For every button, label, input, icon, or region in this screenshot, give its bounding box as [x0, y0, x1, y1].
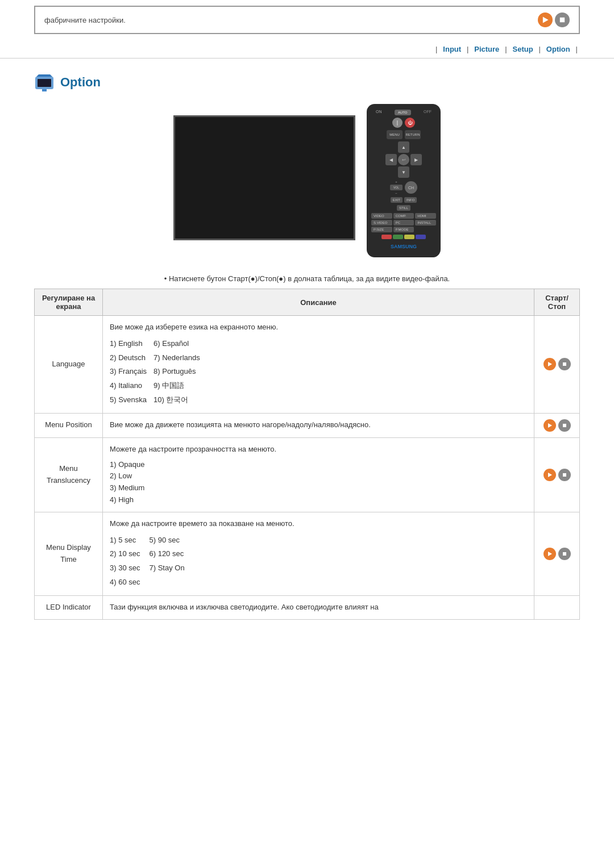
content-area: ON AUTO OFF | ⏻ MENU RETURN — [34, 104, 580, 257]
nav-right[interactable]: ▶ — [410, 154, 422, 165]
still-row: STILL — [397, 205, 410, 211]
svg-marker-12 — [548, 552, 552, 556]
nav-enter[interactable]: ↩ — [398, 154, 409, 165]
nav-separator: | — [539, 45, 541, 53]
auto-button[interactable]: AUTO — [395, 110, 411, 115]
info-button[interactable]: INFO — [404, 197, 417, 203]
psize-button[interactable]: P.SIZE — [371, 227, 392, 232]
hdmi-button[interactable]: HDMI — [415, 213, 436, 219]
tv-screen — [173, 115, 355, 240]
nav-bar: | Input | Picture | Setup | Option | — [0, 34, 614, 59]
install-button[interactable]: INSTALL — [415, 220, 436, 226]
table-row: Language Вие може да изберете езика на е… — [35, 316, 580, 414]
svg-rect-5 — [42, 89, 47, 91]
power-on-label: ON — [376, 110, 382, 115]
start-icon — [544, 419, 556, 432]
startstop-menutime — [534, 512, 580, 595]
nav-cross: ▲ ◀ ↩ ▶ ▼ — [385, 141, 422, 178]
channel-btn[interactable]: CH — [405, 181, 417, 194]
stop-icon — [558, 548, 571, 560]
nav-up[interactable]: ▲ — [398, 141, 409, 153]
table-row: Menu DisplayTime Може да настроите време… — [35, 512, 580, 595]
start-icon — [544, 469, 556, 481]
red-button[interactable] — [381, 235, 392, 239]
settings-table: Регулиране на екрана Описание Старт/Стоп… — [34, 289, 580, 620]
screen-label-language: Language — [35, 316, 103, 414]
svg-marker-0 — [543, 16, 549, 23]
svg-rect-13 — [563, 552, 566, 556]
col-header-startstop: Старт/Стоп — [534, 289, 580, 316]
nav-separator: | — [467, 45, 468, 53]
remote-control: ON AUTO OFF | ⏻ MENU RETURN — [367, 104, 441, 257]
desc-menupos: Вие може да движете позицията на менюто … — [103, 413, 534, 437]
svg-marker-6 — [548, 362, 552, 366]
comp-button[interactable]: COMP. — [393, 213, 414, 219]
pmode-button[interactable]: P.MODE — [393, 227, 414, 232]
top-bar-text: фабричните настройки. — [44, 16, 126, 24]
exit-info-row: EXIT INFO — [391, 197, 417, 203]
nav-left[interactable]: ◀ — [385, 154, 397, 165]
nav-separator: | — [435, 45, 437, 53]
start-icon — [544, 358, 556, 370]
stop-icon — [558, 419, 571, 432]
table-section: • Натиснете бутон Старт(●)/Стоп(●) в дол… — [34, 274, 580, 620]
stop-icon — [558, 358, 571, 370]
desc-language: Вие може да изберете езика на екранното … — [103, 316, 534, 414]
svg-marker-10 — [548, 473, 552, 477]
startstop-language — [534, 316, 580, 414]
yellow-button[interactable] — [404, 235, 414, 239]
startstop-led — [534, 595, 580, 619]
svg-rect-11 — [563, 473, 566, 477]
col-header-desc: Описание — [103, 289, 534, 316]
desc-led: Тази функция включва и изключва светодио… — [103, 595, 534, 619]
svg-rect-7 — [563, 362, 566, 366]
start-icon — [544, 548, 556, 560]
col-header-screen: Регулиране на екрана — [35, 289, 103, 316]
nav-input[interactable]: Input — [443, 45, 461, 53]
source-buttons: VIDEO COMP. HDMI S.VIDEO PC INSTALL P.SI… — [371, 213, 436, 232]
top-bar: фабричните настройки. — [34, 6, 580, 34]
svideo-button[interactable]: S.VIDEO — [371, 220, 392, 226]
green-button[interactable] — [393, 235, 403, 239]
play-icon — [538, 12, 553, 27]
desc-menutime: Може да настроите времето за показване н… — [103, 512, 534, 595]
option-heading: Option — [34, 72, 580, 93]
screen-label-menutrans: MenuTranslucency — [35, 437, 103, 512]
power-off-label: OFF — [424, 110, 432, 115]
still-button[interactable]: STILL — [397, 205, 410, 211]
nav-down[interactable]: ▼ — [398, 166, 409, 178]
power-btn-row: | ⏻ — [392, 118, 415, 128]
svg-rect-9 — [563, 424, 566, 427]
screen-label-menupos: Menu Position — [35, 413, 103, 437]
pc-button[interactable]: PC — [393, 220, 414, 226]
exit-button[interactable]: EXIT — [391, 197, 403, 203]
remote-power-row: ON AUTO OFF — [371, 110, 436, 115]
svg-rect-1 — [560, 18, 565, 22]
stop-icon — [558, 469, 571, 481]
svg-marker-3 — [36, 74, 52, 77]
svg-rect-4 — [38, 79, 51, 87]
screen-label-menutime: Menu DisplayTime — [35, 512, 103, 595]
power-on-btn[interactable]: | — [392, 118, 403, 128]
video-button[interactable]: VIDEO — [371, 213, 392, 219]
power-off-btn[interactable]: ⏻ — [405, 118, 415, 128]
table-note: • Натиснете бутон Старт(●)/Стоп(●) в дол… — [34, 274, 580, 283]
screen-label-led: LED Indicator — [35, 595, 103, 619]
stop-icon — [555, 12, 570, 27]
blue-button[interactable] — [416, 235, 426, 239]
table-row: Menu Position Вие може да движете позици… — [35, 413, 580, 437]
vol-ch-row: + VOL − CH — [390, 180, 417, 195]
return-button[interactable]: RETURN — [405, 130, 421, 139]
nav-separator: | — [576, 45, 578, 53]
color-buttons — [381, 235, 426, 239]
samsung-label: SAMSUNG — [391, 244, 417, 249]
startstop-menutrans — [534, 437, 580, 512]
nav-setup[interactable]: Setup — [513, 45, 533, 53]
table-row: MenuTranslucency Можете да настроите про… — [35, 437, 580, 512]
table-row: LED Indicator Тази функция включва и изк… — [35, 595, 580, 619]
option-title: Option — [60, 75, 101, 90]
menu-button[interactable]: MENU — [387, 130, 403, 139]
nav-option[interactable]: Option — [546, 45, 570, 53]
startstop-menupos — [534, 413, 580, 437]
nav-picture[interactable]: Picture — [474, 45, 499, 53]
